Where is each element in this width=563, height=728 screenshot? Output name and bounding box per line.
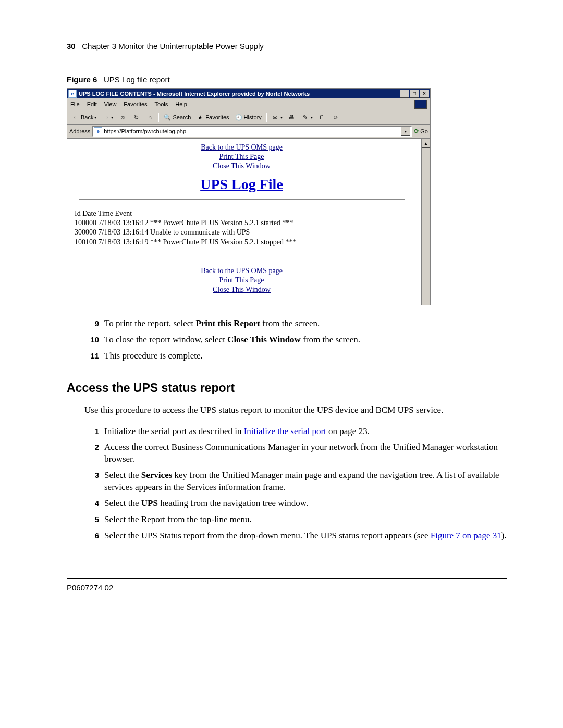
step-number: 6 xyxy=(84,530,99,542)
back-label: Back xyxy=(81,114,93,120)
address-label: Address xyxy=(69,128,90,134)
step-text: Access the correct Business Communicatio… xyxy=(104,441,507,465)
step-number: 2 xyxy=(84,441,99,465)
favorites-label: Favorites xyxy=(205,114,229,120)
go-icon: ⟳ xyxy=(414,128,419,135)
title-bar: e UPS LOG FILE CONTENTS - Microsoft Inte… xyxy=(67,89,430,98)
menu-help[interactable]: Help xyxy=(175,101,187,107)
step-number: 1 xyxy=(84,426,99,438)
scrollbar[interactable]: ▲ xyxy=(421,139,430,305)
refresh-button[interactable]: ↻ xyxy=(130,112,142,122)
mail-button[interactable]: ✉▾ xyxy=(269,112,285,122)
intro-paragraph: Use this procedure to access the UPS sta… xyxy=(84,404,507,416)
step-text: This procedure is complete. xyxy=(104,350,203,362)
page-number: 30 xyxy=(67,42,76,51)
step-text: Select the UPS heading from the navigati… xyxy=(104,498,308,510)
chevron-down-icon: ▾ xyxy=(280,115,283,120)
mail-icon: ✉ xyxy=(271,113,279,121)
step-number: 4 xyxy=(84,498,99,510)
step-text: Initialize the serial port as described … xyxy=(104,426,370,438)
address-bar: Address e https://Platform/pwrchutelog.p… xyxy=(67,125,430,139)
step-text: To close the report window, select Close… xyxy=(104,334,360,346)
address-url: https://Platform/pwrchutelog.php xyxy=(104,128,186,134)
link-back-oms[interactable]: Back to the UPS OMS page xyxy=(201,143,283,152)
print-button[interactable]: 🖶 xyxy=(286,112,298,122)
window-title: UPS LOG FILE CONTENTS - Microsoft Intern… xyxy=(79,91,400,97)
steps-continue: 9 To print the report, select Print this… xyxy=(84,318,507,362)
menu-view[interactable]: View xyxy=(104,101,117,107)
menu-favorites[interactable]: Favorites xyxy=(124,101,147,107)
chevron-down-icon: ▾ xyxy=(111,115,113,120)
link-close-window[interactable]: Close This Window xyxy=(213,162,271,170)
menu-file[interactable]: File xyxy=(70,101,80,107)
forward-button[interactable]: ⇨ ▾ xyxy=(100,112,115,122)
go-label: Go xyxy=(420,128,428,134)
address-dropdown-icon[interactable]: ▾ xyxy=(401,127,410,136)
search-icon: 🔍 xyxy=(163,113,172,121)
edit-button[interactable]: ✎▾ xyxy=(299,112,315,122)
step-number: 11 xyxy=(84,350,99,362)
section-heading: Access the UPS status report xyxy=(67,381,507,395)
ie-icon: e xyxy=(68,90,77,98)
step-number: 5 xyxy=(84,514,99,526)
chevron-down-icon: ▾ xyxy=(94,115,96,120)
minimize-button[interactable]: _ xyxy=(400,90,409,98)
history-button[interactable]: 🕘History xyxy=(232,112,264,122)
figure-caption: Figure 6 UPS Log file report xyxy=(67,75,507,84)
chapter-title: Chapter 3 Monitor the Uninterruptable Po… xyxy=(82,42,264,51)
link-close-window[interactable]: Close This Window xyxy=(213,286,271,294)
menu-tools[interactable]: Tools xyxy=(155,101,168,107)
link-back-oms[interactable]: Back to the UPS OMS page xyxy=(201,267,283,275)
messenger-icon: ☺ xyxy=(332,113,340,121)
toolbar: ⇦ Back ▾ ⇨ ▾ ⦻ ↻ ⌂ 🔍Search ★Favorites 🕘H… xyxy=(67,110,430,125)
search-button[interactable]: 🔍Search xyxy=(161,112,193,122)
link-print-page[interactable]: Print This Page xyxy=(219,153,264,161)
figure-title: UPS Log file report xyxy=(104,75,170,84)
history-icon: 🕘 xyxy=(235,113,243,121)
home-button[interactable]: ⌂ xyxy=(143,112,156,122)
maximize-button[interactable]: □ xyxy=(410,90,419,98)
discuss-button[interactable]: 🗒 xyxy=(316,112,328,122)
page-footer: P0607274 02 xyxy=(67,578,507,592)
address-input[interactable]: e https://Platform/pwrchutelog.php ▾ xyxy=(92,126,412,137)
figure-label: Figure 6 xyxy=(67,75,97,84)
menu-bar: File Edit View Favorites Tools Help xyxy=(67,98,430,110)
ups-log-file-title[interactable]: UPS Log File xyxy=(200,176,283,192)
step-text: Select the UPS Status report from the dr… xyxy=(104,530,507,542)
step-number: 3 xyxy=(84,470,99,493)
chevron-down-icon: ▾ xyxy=(311,115,313,120)
step-number: 9 xyxy=(84,318,99,330)
steps-access: 1 Initialize the serial port as describe… xyxy=(84,426,507,542)
back-arrow-icon: ⇦ xyxy=(71,113,80,121)
scroll-up-icon[interactable]: ▲ xyxy=(422,139,430,148)
log-data-block: Id Date Time Event 100000 7/18/03 13:16:… xyxy=(75,209,413,247)
favorites-icon: ★ xyxy=(196,113,204,121)
browser-window: e UPS LOG FILE CONTENTS - Microsoft Inte… xyxy=(67,88,431,305)
divider xyxy=(79,199,405,200)
cross-ref-link[interactable]: Figure 7 on page 31 xyxy=(431,530,501,540)
stop-icon: ⦻ xyxy=(118,113,127,121)
messenger-button[interactable]: ☺ xyxy=(329,112,342,122)
page-icon: e xyxy=(94,127,102,135)
divider xyxy=(79,260,405,260)
close-button[interactable]: × xyxy=(420,90,429,98)
go-button[interactable]: ⟳ Go xyxy=(414,128,428,135)
print-icon: 🖶 xyxy=(288,113,296,121)
refresh-icon: ↻ xyxy=(132,113,140,121)
home-icon: ⌂ xyxy=(145,113,154,121)
link-print-page[interactable]: Print This Page xyxy=(219,276,264,285)
page-content: Back to the UPS OMS page Print This Page… xyxy=(67,139,421,305)
cross-ref-link[interactable]: Initialize the serial port xyxy=(244,426,326,436)
back-button[interactable]: ⇦ Back ▾ xyxy=(69,112,99,122)
search-label: Search xyxy=(173,114,191,120)
step-number: 10 xyxy=(84,334,99,346)
step-text: Select the Services key from the Unified… xyxy=(104,470,507,493)
step-text: To print the report, select Print this R… xyxy=(104,318,320,330)
stop-button[interactable]: ⦻ xyxy=(116,112,129,122)
history-label: History xyxy=(244,114,262,120)
page-header: 30 Chapter 3 Monitor the Uninterruptable… xyxy=(67,42,507,53)
edit-icon: ✎ xyxy=(301,113,310,121)
favorites-button[interactable]: ★Favorites xyxy=(194,112,231,122)
menu-edit[interactable]: Edit xyxy=(87,101,97,107)
forward-arrow-icon: ⇨ xyxy=(102,113,110,121)
